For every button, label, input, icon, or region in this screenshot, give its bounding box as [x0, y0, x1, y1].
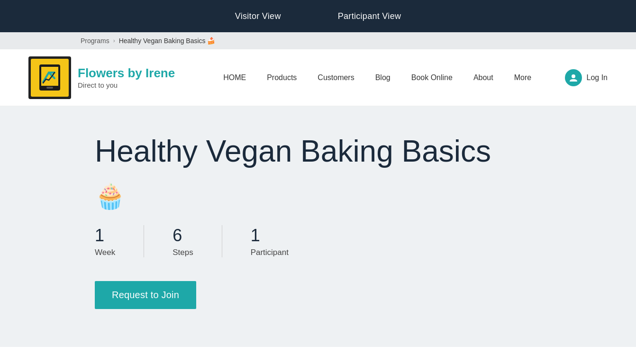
header: Flowers by Irene Direct to you HOME Prod…	[0, 49, 636, 106]
stat-weeks-number: 1	[95, 225, 104, 246]
program-title: Healthy Vegan Baking Basics	[95, 135, 541, 168]
breadcrumb-bar: Programs › Healthy Vegan Baking Basics 🍰	[0, 32, 636, 49]
logo-tagline: Direct to you	[78, 81, 175, 89]
user-icon	[569, 73, 578, 82]
stat-weeks-label: Week	[95, 248, 115, 257]
logo-icon-inner	[31, 59, 69, 97]
breadcrumb-chevron-icon: ›	[113, 37, 115, 44]
stat-participants: 1 Participant	[222, 225, 317, 257]
nav-item-about[interactable]: About	[463, 49, 504, 106]
logo-icon	[28, 56, 71, 99]
svg-rect-3	[46, 87, 53, 89]
stat-participants-number: 1	[251, 225, 260, 246]
nav-item-blog[interactable]: Blog	[365, 49, 401, 106]
stat-steps-number: 6	[173, 225, 182, 246]
cupcake-emoji: 🧁	[95, 182, 541, 211]
breadcrumb-programs[interactable]: Programs	[81, 37, 109, 45]
main-nav: HOME Products Customers Blog Book Online…	[213, 49, 564, 106]
nav-item-more[interactable]: More	[504, 49, 542, 106]
nav-item-products[interactable]: Products	[256, 49, 307, 106]
request-to-join-button[interactable]: Request to Join	[95, 281, 196, 309]
nav-item-book-online[interactable]: Book Online	[401, 49, 463, 106]
svg-point-4	[572, 74, 575, 78]
login-avatar-icon	[565, 69, 582, 86]
nav-item-customers[interactable]: Customers	[307, 49, 364, 106]
stat-weeks: 1 Week	[95, 225, 144, 257]
breadcrumb-current: Healthy Vegan Baking Basics 🍰	[119, 37, 216, 45]
main-content: Healthy Vegan Baking Basics 🧁 1 Week 6 S…	[0, 106, 636, 347]
stat-steps-label: Steps	[173, 248, 193, 257]
nav-item-home[interactable]: HOME	[213, 49, 256, 106]
login-area[interactable]: Log In	[565, 69, 608, 86]
login-text: Log In	[587, 73, 608, 82]
visitor-view-link[interactable]: Visitor View	[235, 11, 281, 21]
stats-row: 1 Week 6 Steps 1 Participant	[95, 225, 541, 257]
logo-svg	[36, 62, 64, 93]
logo-area[interactable]: Flowers by Irene Direct to you	[28, 56, 175, 99]
stat-participants-label: Participant	[251, 248, 289, 257]
top-bar: Visitor View Participant View	[0, 0, 636, 32]
participant-view-link[interactable]: Participant View	[338, 11, 401, 21]
logo-name: Flowers by Irene	[78, 66, 175, 81]
stat-steps: 6 Steps	[144, 225, 221, 257]
logo-text-area: Flowers by Irene Direct to you	[78, 66, 175, 89]
